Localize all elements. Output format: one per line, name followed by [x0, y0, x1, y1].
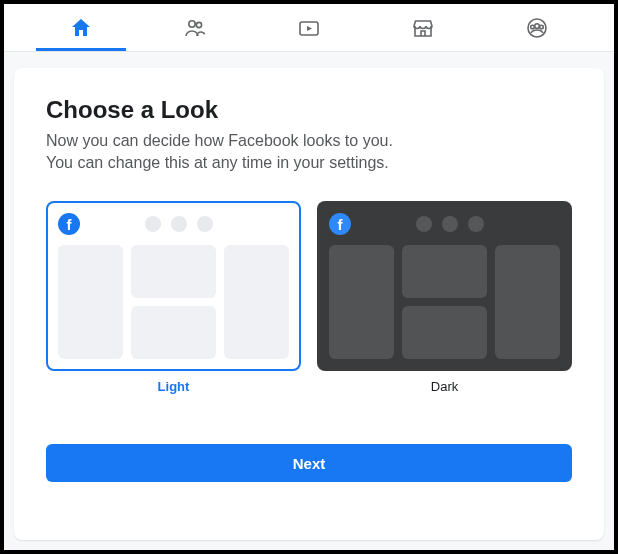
- preview-block: [402, 306, 487, 359]
- content-area: Choose a Look Now you can decide how Fac…: [4, 52, 614, 550]
- preview-dot: [416, 216, 432, 232]
- nav-watch[interactable]: [252, 4, 366, 51]
- preview-block: [495, 245, 560, 359]
- home-icon: [69, 16, 93, 40]
- preview-dot: [171, 216, 187, 232]
- theme-option-dark[interactable]: f Dark: [317, 201, 572, 394]
- facebook-logo-icon: f: [329, 213, 351, 235]
- top-nav: [4, 4, 614, 52]
- watch-icon: [297, 16, 321, 40]
- next-button[interactable]: Next: [46, 444, 572, 482]
- preview-dot: [145, 216, 161, 232]
- preview-dot: [468, 216, 484, 232]
- svg-point-0: [189, 20, 195, 26]
- preview-block: [131, 306, 216, 359]
- preview-block: [224, 245, 289, 359]
- nav-marketplace[interactable]: [366, 4, 480, 51]
- preview-block: [58, 245, 123, 359]
- theme-options: f Light: [46, 201, 572, 394]
- theme-label-light: Light: [46, 379, 301, 394]
- dialog-title: Choose a Look: [46, 96, 572, 124]
- dialog-subtitle: Now you can decide how Facebook looks to…: [46, 130, 572, 173]
- nav-home[interactable]: [24, 4, 138, 51]
- facebook-logo-icon: f: [58, 213, 80, 235]
- preview-block: [402, 245, 487, 298]
- svg-point-4: [535, 23, 540, 28]
- appearance-dialog: Choose a Look Now you can decide how Fac…: [14, 68, 604, 540]
- svg-point-1: [196, 22, 201, 27]
- preview-block: [131, 245, 216, 298]
- light-preview: f: [46, 201, 301, 371]
- dark-preview: f: [317, 201, 572, 371]
- preview-block: [329, 245, 394, 359]
- theme-label-dark: Dark: [317, 379, 572, 394]
- svg-point-6: [540, 25, 544, 29]
- svg-point-5: [531, 25, 535, 29]
- theme-option-light[interactable]: f Light: [46, 201, 301, 394]
- nav-friends[interactable]: [138, 4, 252, 51]
- friends-icon: [183, 16, 207, 40]
- preview-dot: [197, 216, 213, 232]
- preview-dot: [442, 216, 458, 232]
- nav-groups[interactable]: [480, 4, 594, 51]
- groups-icon: [525, 16, 549, 40]
- marketplace-icon: [411, 16, 435, 40]
